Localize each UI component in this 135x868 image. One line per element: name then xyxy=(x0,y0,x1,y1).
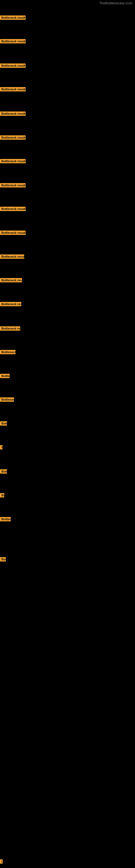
bottleneck-badge: Bottleneck result xyxy=(0,254,24,259)
bottleneck-badge: Bo xyxy=(0,493,4,497)
bottleneck-badge-item: Bottleneck result xyxy=(0,87,26,93)
bottleneck-badge: Bottleneck result xyxy=(0,16,26,20)
bottleneck-badge: Bottleneck result xyxy=(0,230,26,235)
bottleneck-badge-item: Bottler xyxy=(0,517,11,522)
bottleneck-badge: Bottleneck resu xyxy=(0,302,21,306)
bottleneck-badge: B xyxy=(0,445,3,450)
bottleneck-badge-item: Bottleneck result xyxy=(0,16,26,21)
site-title: TheBottlenecker.com xyxy=(99,1,132,5)
bottleneck-badge-item: Bottleneck result xyxy=(0,183,26,188)
bottleneck-badge: Bottleneck res xyxy=(0,326,20,331)
bottleneck-badge: Bottleneck result xyxy=(0,159,26,163)
bottleneck-badge-item: Bottleneck result xyxy=(0,159,26,164)
bottleneck-badge-item: B xyxy=(0,445,3,451)
bottleneck-badge: Bottleneck result xyxy=(0,39,26,43)
bottleneck-badge: l xyxy=(0,859,3,864)
bottleneck-badge-item: Bottleneck result xyxy=(0,135,26,141)
bottleneck-badge-item: Bottleneck xyxy=(0,350,16,355)
bottleneck-badge-item: Bot xyxy=(0,557,6,563)
bottleneck-badge: Bottleneck result xyxy=(0,63,26,68)
bottleneck-badge: Bottleneck xyxy=(0,350,16,354)
bottleneck-badge-item: Bottleneck result xyxy=(0,254,24,260)
bottleneck-badge: Bott xyxy=(0,421,7,426)
bottleneck-badge-item: Bottleneck result xyxy=(0,230,26,236)
bottleneck-badge: Bottleneck result xyxy=(0,183,26,187)
bottleneck-badge-item: Bottleneck result xyxy=(0,63,26,69)
bottleneck-badge: Bottleneck result xyxy=(0,112,26,116)
bottleneck-badge: Bottlenec xyxy=(0,397,14,402)
bottleneck-badge-item: Bottleneck res xyxy=(0,326,20,332)
bottleneck-badge-item: Bottleneck resu xyxy=(0,278,22,283)
bottleneck-badge-item: Bo xyxy=(0,493,4,499)
bottleneck-badge: Bott xyxy=(0,469,7,474)
bottleneck-badge: Bottleneck resu xyxy=(0,278,22,282)
bottleneck-badge-item: Bottleneck resu xyxy=(0,302,21,307)
bottleneck-badge: Bottleneck result xyxy=(0,87,26,91)
bottleneck-badge-item: Bottleneck result xyxy=(0,112,26,117)
bottleneck-badge-item: Bott xyxy=(0,469,7,475)
bottleneck-badge: Bottleneck result xyxy=(0,207,26,211)
bottleneck-badge: Bot xyxy=(0,557,6,561)
bottleneck-badge: Bottle xyxy=(0,374,10,378)
bottleneck-badge: Bottleneck result xyxy=(0,135,26,140)
bottleneck-badge-item: l xyxy=(0,859,3,865)
bottleneck-badge: Bottler xyxy=(0,517,11,521)
bottleneck-badge-item: Bott xyxy=(0,421,7,427)
bottleneck-badge-item: Bottlenec xyxy=(0,397,14,403)
bottleneck-badge-item: Bottleneck result xyxy=(0,39,26,44)
bottleneck-badge-item: Bottle xyxy=(0,374,10,379)
bottleneck-badge-item: Bottleneck result xyxy=(0,207,26,212)
